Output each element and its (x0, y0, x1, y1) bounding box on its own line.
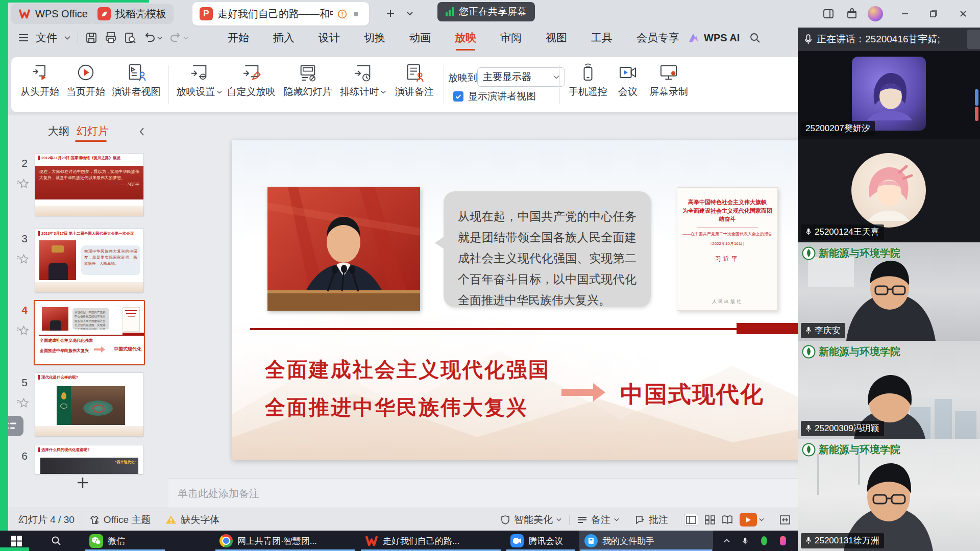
slide-indicator: 幻灯片 4 / 30 (18, 513, 75, 527)
search-button[interactable] (749, 32, 761, 43)
tab-label: WPS Office (35, 8, 88, 20)
menu-view[interactable]: 视图 (546, 31, 567, 45)
phone-remote-button[interactable]: 手机遥控 (566, 61, 610, 98)
new-tab-button[interactable] (382, 6, 399, 21)
display-target-dropdown[interactable]: 主要显示器 (477, 67, 565, 87)
menu-animation[interactable]: 动画 (409, 31, 431, 45)
menu-member[interactable]: 会员专享 (636, 31, 679, 45)
menu-transition[interactable]: 切换 (364, 31, 385, 45)
notes-toggle-button[interactable]: 备注 (577, 513, 619, 527)
slide-thumbnail-2[interactable]: 2012年11月29日 国家博物馆《复兴之路》展览 现在，大家都在讨论中国梦，我… (35, 153, 144, 216)
taskbar-app-wechat[interactable]: 微信 (84, 531, 166, 551)
ppt-letter: P (203, 9, 209, 19)
show-settings-button[interactable]: 放映设置 (175, 61, 224, 98)
minimize-button[interactable] (896, 6, 914, 21)
play-from-current-button[interactable]: 当页开始 (62, 61, 109, 98)
slide-sorter-view-button[interactable] (705, 515, 715, 524)
avatar-image (850, 152, 927, 229)
save-icon[interactable] (85, 32, 97, 44)
menu-insert[interactable]: 插入 (273, 31, 295, 45)
slide-number: 5 (13, 377, 28, 389)
menu-review[interactable]: 审阅 (500, 31, 522, 45)
thumb-goal2: 全面推进中华民族伟大复兴 (40, 348, 89, 354)
file-menu-chevron-icon[interactable] (64, 36, 70, 40)
tray-expand-button[interactable] (719, 531, 735, 551)
tab-list-chevron-icon[interactable] (401, 6, 419, 21)
normal-view-button[interactable] (684, 514, 698, 526)
skin-center-icon[interactable] (843, 6, 861, 21)
scrollbar-red-segment[interactable] (975, 107, 978, 121)
menu-slideshow[interactable]: 放映 (455, 31, 476, 45)
slide-star-icon[interactable] (16, 397, 30, 410)
meeting-button[interactable]: 会议 (610, 61, 645, 98)
tab-document[interactable]: P 走好我们自己的路——和中学 (192, 2, 369, 26)
slide-number: 6 (13, 450, 28, 462)
restore-button[interactable] (925, 6, 942, 21)
screen-record-button[interactable]: 屏幕录制 (646, 61, 692, 98)
participant-tile[interactable]: 25200124王天喜 (798, 139, 980, 243)
reading-view-button[interactable] (722, 515, 733, 524)
slide-result-text: 中国式现代化 (620, 379, 764, 410)
rehearse-timing-button[interactable]: 排练计时 (338, 61, 387, 98)
redo-button[interactable] (169, 32, 188, 43)
layout-panel-icon[interactable] (820, 6, 837, 21)
menu-home[interactable]: 开始 (228, 31, 249, 45)
participant-tile[interactable]: 新能源与环境学院 25200309冯玥颖 (798, 341, 980, 440)
account-avatar[interactable] (867, 6, 884, 21)
taskbar-app-wps-document[interactable]: 走好我们自己的路... (360, 531, 502, 551)
menu-design[interactable]: 设计 (318, 31, 340, 45)
taskbar-app-file-assistant[interactable]: 我的文件助手 (579, 531, 713, 551)
collapse-panel-button[interactable] (138, 127, 145, 137)
slide-thumbnail-4-selected[interactable]: 从现在起，中国共产党的中心任务就是团结带领全国各族人民全面建成社会主义现代化强国… (34, 300, 145, 365)
tray-mic-button[interactable] (737, 531, 753, 551)
panel-corner-button[interactable] (967, 30, 980, 49)
participant-tile[interactable]: 25200207樊妍汐 (798, 51, 980, 140)
taskbar-search-button[interactable] (44, 531, 68, 551)
show-presenter-view-checkbox[interactable]: 显示演讲者视图 (453, 90, 536, 103)
tray-color-app-icon[interactable] (775, 531, 791, 551)
slide-thumbnail-6[interactable]: 选择什么样的现代化道路呢? “四个现代化” (35, 445, 144, 474)
slide-star-icon[interactable] (16, 324, 30, 338)
menu-tools[interactable]: 工具 (591, 31, 612, 45)
taskbar-app-tencent-meeting[interactable]: 腾讯会议 (505, 531, 576, 551)
participant-tile[interactable]: 新能源与环境学院 李庆安 (798, 242, 980, 342)
close-button[interactable] (954, 6, 972, 21)
undo-icon (143, 32, 156, 43)
add-slide-button[interactable] (74, 473, 92, 492)
print-icon[interactable] (105, 32, 117, 44)
wps-ai-button[interactable]: WPS AI (688, 23, 740, 52)
slideshow-play-button[interactable] (740, 513, 764, 527)
slide-thumbnail-3[interactable]: 2013年3月17日 第十二届全国人民代表大会第一次会议 实现中华民族伟大复兴的… (35, 229, 144, 293)
file-menu[interactable]: 文件 (36, 31, 57, 45)
tab-docer-templates[interactable]: 找稻壳模板 (90, 4, 174, 24)
smart-beautify-button[interactable]: 智能美化 (500, 513, 561, 527)
custom-show-button[interactable]: 自定义放映 (225, 61, 278, 98)
comment-button[interactable]: 批注 (635, 513, 668, 527)
participant-tile[interactable]: 新能源与环境学院 25200131徐万洲 (798, 439, 980, 551)
wechat-icon (89, 534, 103, 548)
tab-outline[interactable]: 大纲 (48, 124, 69, 138)
participant-name: 25200207樊妍汐 (805, 122, 870, 134)
tab-wps-office[interactable]: WPS Office (11, 4, 95, 24)
taskbar-app-chrome[interactable]: 网上共青团·智慧团... (214, 531, 356, 551)
hide-slide-button[interactable]: 隐藏幻灯片 (281, 61, 334, 98)
theme-button[interactable]: Office 主题 (89, 513, 151, 527)
tray-green-app-icon[interactable] (756, 531, 772, 551)
slide-star-icon[interactable] (16, 178, 30, 191)
scrollbar-blue-segment[interactable] (975, 89, 978, 106)
speaker-notes-button[interactable]: 演讲备注 (390, 61, 439, 98)
tab-slides[interactable]: 幻灯片 (77, 124, 109, 138)
book-title1: 高举中国特色社会主义伟大旗帜 (688, 198, 767, 207)
document-warning-icon[interactable] (337, 9, 347, 19)
fit-slide-button[interactable] (780, 515, 790, 524)
presenter-view-button[interactable]: 演讲者视图 (110, 61, 163, 98)
play-from-start-button[interactable]: 从头开始 (16, 61, 63, 98)
hamburger-icon[interactable] (18, 34, 29, 42)
missing-font-button[interactable]: 缺失字体 (165, 513, 219, 527)
slide-thumbnail-5[interactable]: 现代化是什么样的呢? (35, 372, 144, 437)
undo-button[interactable] (143, 32, 162, 43)
slide-star-icon[interactable] (16, 253, 30, 266)
screen: WPS Office 找稻壳模板 P 走好我们自己的路——和中学 您正在共享屏幕 (0, 0, 980, 551)
find-icon[interactable] (124, 32, 136, 44)
meeting-panel: 正在讲话：25200416甘宇婧; 25200207樊妍汐 (798, 28, 980, 551)
